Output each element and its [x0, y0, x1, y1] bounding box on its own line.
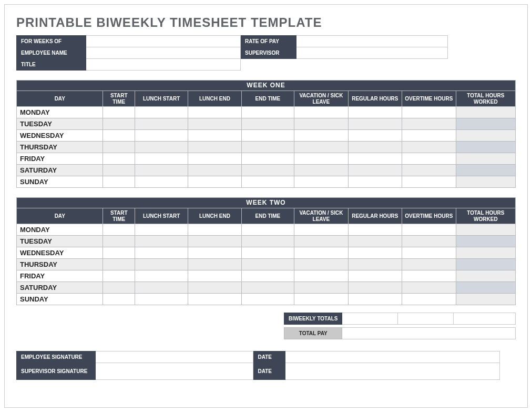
time-cell[interactable]	[402, 282, 456, 294]
rate-of-pay-field[interactable]	[296, 36, 448, 47]
time-cell[interactable]	[294, 270, 349, 282]
time-cell[interactable]	[402, 224, 456, 236]
time-cell[interactable]	[188, 130, 241, 142]
time-cell[interactable]	[402, 165, 456, 176]
supervisor-field[interactable]	[296, 47, 448, 59]
time-cell[interactable]	[188, 153, 241, 165]
time-cell[interactable]	[103, 259, 135, 270]
time-cell[interactable]	[241, 118, 294, 130]
time-cell[interactable]	[294, 165, 349, 176]
time-cell[interactable]	[135, 236, 188, 247]
time-cell[interactable]	[135, 224, 188, 236]
time-cell[interactable]	[294, 282, 349, 294]
time-cell[interactable]	[241, 130, 294, 142]
time-cell[interactable]	[103, 153, 135, 165]
time-cell[interactable]	[188, 247, 241, 259]
employee-signature-field[interactable]	[96, 351, 253, 363]
biweekly-regular-field[interactable]	[342, 313, 398, 325]
employee-date-field[interactable]	[285, 351, 499, 363]
time-cell[interactable]	[135, 282, 188, 294]
time-cell[interactable]	[348, 294, 402, 305]
total-pay-field[interactable]	[342, 328, 516, 339]
time-cell[interactable]	[456, 107, 515, 118]
title-field[interactable]	[86, 59, 241, 71]
supervisor-signature-field[interactable]	[96, 363, 253, 380]
time-cell[interactable]	[103, 176, 135, 188]
time-cell[interactable]	[456, 270, 515, 282]
for-weeks-of-field[interactable]	[86, 36, 241, 47]
time-cell[interactable]	[135, 142, 188, 153]
time-cell[interactable]	[135, 176, 188, 188]
time-cell[interactable]	[241, 247, 294, 259]
time-cell[interactable]	[348, 224, 402, 236]
time-cell[interactable]	[188, 107, 241, 118]
time-cell[interactable]	[188, 176, 241, 188]
time-cell[interactable]	[294, 176, 349, 188]
time-cell[interactable]	[241, 270, 294, 282]
time-cell[interactable]	[135, 153, 188, 165]
time-cell[interactable]	[402, 236, 456, 247]
biweekly-overtime-field[interactable]	[398, 313, 454, 325]
time-cell[interactable]	[103, 142, 135, 153]
time-cell[interactable]	[188, 259, 241, 270]
time-cell[interactable]	[103, 247, 135, 259]
time-cell[interactable]	[135, 294, 188, 305]
time-cell[interactable]	[294, 130, 349, 142]
time-cell[interactable]	[456, 165, 515, 176]
time-cell[interactable]	[456, 142, 515, 153]
time-cell[interactable]	[103, 165, 135, 176]
time-cell[interactable]	[188, 270, 241, 282]
time-cell[interactable]	[456, 294, 515, 305]
time-cell[interactable]	[135, 259, 188, 270]
time-cell[interactable]	[294, 153, 349, 165]
time-cell[interactable]	[402, 107, 456, 118]
time-cell[interactable]	[103, 130, 135, 142]
time-cell[interactable]	[103, 107, 135, 118]
time-cell[interactable]	[294, 224, 349, 236]
time-cell[interactable]	[456, 130, 515, 142]
time-cell[interactable]	[348, 282, 402, 294]
time-cell[interactable]	[456, 176, 515, 188]
time-cell[interactable]	[188, 236, 241, 247]
time-cell[interactable]	[135, 270, 188, 282]
time-cell[interactable]	[456, 247, 515, 259]
time-cell[interactable]	[188, 294, 241, 305]
time-cell[interactable]	[294, 236, 349, 247]
time-cell[interactable]	[348, 247, 402, 259]
time-cell[interactable]	[294, 142, 349, 153]
time-cell[interactable]	[135, 130, 188, 142]
time-cell[interactable]	[294, 107, 349, 118]
time-cell[interactable]	[348, 236, 402, 247]
time-cell[interactable]	[348, 130, 402, 142]
time-cell[interactable]	[188, 165, 241, 176]
time-cell[interactable]	[188, 282, 241, 294]
time-cell[interactable]	[241, 282, 294, 294]
time-cell[interactable]	[456, 118, 515, 130]
time-cell[interactable]	[348, 153, 402, 165]
time-cell[interactable]	[188, 118, 241, 130]
time-cell[interactable]	[402, 153, 456, 165]
time-cell[interactable]	[348, 142, 402, 153]
time-cell[interactable]	[135, 165, 188, 176]
time-cell[interactable]	[402, 270, 456, 282]
time-cell[interactable]	[348, 176, 402, 188]
time-cell[interactable]	[241, 107, 294, 118]
time-cell[interactable]	[402, 247, 456, 259]
time-cell[interactable]	[348, 165, 402, 176]
employee-name-field[interactable]	[86, 47, 241, 59]
time-cell[interactable]	[103, 282, 135, 294]
time-cell[interactable]	[456, 224, 515, 236]
time-cell[interactable]	[348, 107, 402, 118]
biweekly-total-field[interactable]	[454, 313, 516, 325]
time-cell[interactable]	[135, 247, 188, 259]
time-cell[interactable]	[402, 259, 456, 270]
time-cell[interactable]	[348, 270, 402, 282]
time-cell[interactable]	[103, 118, 135, 130]
time-cell[interactable]	[348, 259, 402, 270]
time-cell[interactable]	[135, 118, 188, 130]
time-cell[interactable]	[103, 270, 135, 282]
time-cell[interactable]	[103, 224, 135, 236]
time-cell[interactable]	[402, 130, 456, 142]
time-cell[interactable]	[456, 153, 515, 165]
time-cell[interactable]	[402, 118, 456, 130]
